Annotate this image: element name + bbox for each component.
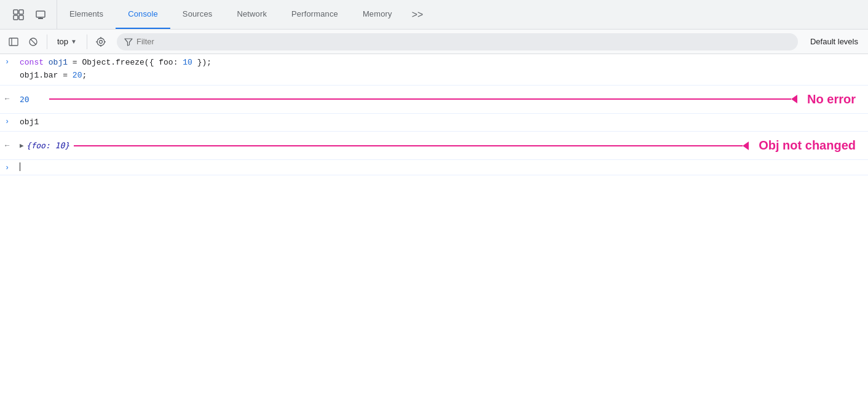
annotation-no-error: No error: [49, 92, 856, 106]
live-expressions-button[interactable]: [92, 33, 109, 50]
console-input-row-1: › const obj1 = Object.freeze({ foo: 10 }…: [0, 54, 868, 86]
result-row-1: ← 20 No error: [0, 86, 868, 114]
svg-rect-2: [14, 15, 18, 20]
toolbar-divider-1: [47, 34, 47, 49]
tabs-container: Elements Console Sources Network Perform…: [57, 0, 868, 29]
devtools-icons: [2, 0, 57, 29]
tab-network[interactable]: Network: [224, 0, 279, 29]
result-row-2: ← ▶ {foo: 10} Obj not changed: [0, 132, 868, 160]
sidebar-toggle-button[interactable]: [5, 33, 22, 50]
expand-object-button[interactable]: ▶: [20, 142, 24, 150]
arrow-line-2: [74, 145, 743, 146]
svg-rect-5: [38, 18, 43, 19]
result-obj-text: {foo: 10}: [26, 141, 69, 150]
result-value-1: 20: [20, 95, 30, 104]
var-obj1: obj1: [49, 58, 68, 67]
console-input-row[interactable]: ›: [0, 160, 868, 175]
code-semicolon: ;: [82, 71, 87, 80]
svg-rect-1: [19, 10, 23, 14]
console-toolbar: top ▼ Default levels: [0, 30, 868, 54]
arrowhead-left-2: [743, 142, 749, 150]
tab-console[interactable]: Console: [116, 0, 170, 29]
default-levels-label: Default levels: [805, 37, 863, 46]
tab-performance[interactable]: Performance: [279, 0, 350, 29]
console-code-block: const obj1 = Object.freeze({ foo: 10 });…: [20, 57, 863, 82]
num-20: 20: [73, 71, 82, 80]
num-10: 10: [183, 58, 192, 67]
code-assign: = Object.freeze({ foo:: [68, 58, 183, 67]
query-obj1-text: obj1: [20, 116, 863, 129]
svg-point-11: [97, 38, 105, 46]
arrowhead-left-1: [791, 95, 797, 103]
annotation-label-obj-not-changed: Obj not changed: [759, 138, 856, 153]
arrow-line-1: [49, 98, 791, 100]
cursor-icon[interactable]: [10, 6, 27, 23]
context-selector[interactable]: top ▼: [52, 36, 82, 47]
result-prefix-2: ←: [5, 142, 15, 150]
svg-point-12: [99, 40, 102, 43]
code-obj1-bar: obj1.bar =: [20, 71, 73, 80]
clear-console-button[interactable]: [25, 33, 42, 50]
tab-elements[interactable]: Elements: [57, 0, 116, 29]
toolbar-divider-2: [87, 34, 87, 49]
filter-input-container[interactable]: [117, 33, 798, 50]
code-end: });: [192, 58, 211, 67]
annotation-obj-not-changed: Obj not changed: [74, 138, 856, 153]
dropdown-arrow-icon: ▼: [71, 38, 77, 45]
console-output: › const obj1 = Object.freeze({ foo: 10 }…: [0, 54, 868, 395]
tab-sources[interactable]: Sources: [170, 0, 225, 29]
tab-bar: Elements Console Sources Network Perform…: [0, 0, 868, 30]
svg-rect-0: [14, 10, 18, 14]
device-toggle-icon[interactable]: [32, 6, 49, 23]
annotation-label-no-error: No error: [807, 92, 856, 106]
svg-rect-7: [9, 38, 18, 46]
svg-line-10: [31, 39, 36, 44]
cursor: [20, 162, 20, 171]
query-row-obj1: › obj1: [0, 114, 868, 132]
svg-rect-3: [19, 15, 23, 20]
tab-memory[interactable]: Memory: [350, 0, 404, 29]
input-prompt-icon: ›: [5, 162, 15, 172]
svg-rect-4: [36, 11, 45, 17]
more-tabs-button[interactable]: >>: [404, 0, 431, 29]
keyword-const: const: [20, 58, 49, 67]
filter-icon: [124, 38, 133, 46]
input-prefix-icon: ›: [5, 57, 15, 66]
query-prefix-icon: ›: [5, 116, 15, 126]
filter-input[interactable]: [136, 37, 791, 46]
result-prefix-1: ←: [5, 95, 15, 103]
